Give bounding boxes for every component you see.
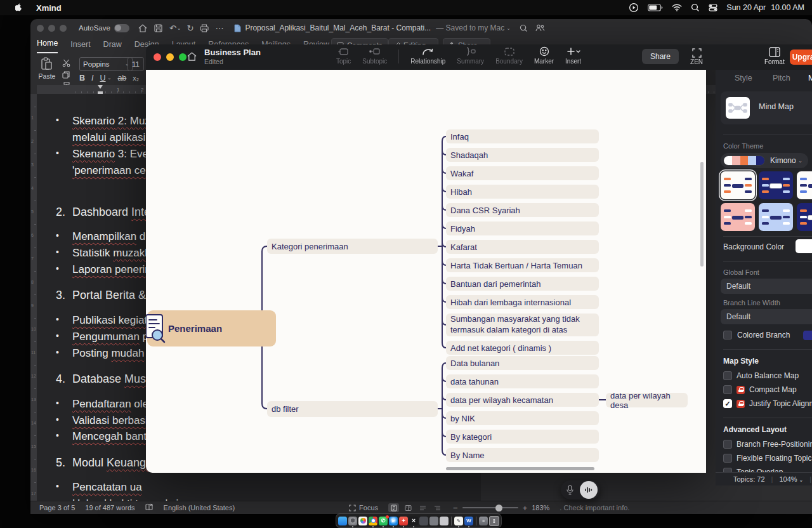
theme-thumbnail[interactable] bbox=[759, 171, 793, 199]
dock-notes-icon[interactable]: ✎ bbox=[454, 517, 463, 525]
canvas-zoom-level[interactable]: 104% ⌄ bbox=[779, 475, 803, 483]
word-traffic-lights[interactable] bbox=[30, 25, 71, 32]
battery-icon[interactable] bbox=[648, 4, 663, 11]
xmind-traffic-lights[interactable] bbox=[154, 53, 187, 61]
language-selector[interactable]: English (United States) bbox=[164, 504, 235, 512]
global-font-select[interactable]: Default bbox=[721, 279, 812, 294]
print-icon[interactable] bbox=[200, 24, 209, 32]
panel-tab-style[interactable]: Style bbox=[735, 74, 752, 82]
apple-menu-icon[interactable] bbox=[9, 3, 30, 13]
mindmap-topic[interactable]: By Name bbox=[446, 448, 599, 462]
xmind-home-icon[interactable] bbox=[187, 51, 197, 64]
redo-icon[interactable]: ↻ bbox=[187, 23, 193, 33]
dock-trash-icon[interactable]: ▯ bbox=[489, 516, 499, 526]
xmind-share-button[interactable]: Share bbox=[642, 49, 679, 64]
minimize-button[interactable] bbox=[166, 53, 174, 61]
view-switcher[interactable] bbox=[388, 503, 443, 512]
font-size-select[interactable]: 11 bbox=[128, 57, 144, 71]
outline-view-icon[interactable] bbox=[432, 503, 443, 512]
format-strikethrough-button[interactable]: ab bbox=[117, 74, 126, 82]
save-icon[interactable] bbox=[154, 24, 162, 32]
mindmap-topic[interactable]: By kategori bbox=[446, 430, 599, 444]
word-doc-title[interactable]: Proposal_Aplikasi_Baitul_Mal_Aceh_Barat … bbox=[245, 23, 431, 32]
proofing-icon[interactable] bbox=[145, 503, 154, 512]
play-circle-icon[interactable] bbox=[629, 3, 639, 13]
mindmap-topic[interactable]: Data bulanan bbox=[446, 356, 599, 370]
theme-thumbnail[interactable] bbox=[721, 203, 755, 231]
ribbon-tab-draw[interactable]: Draw bbox=[103, 40, 122, 53]
home-icon[interactable] bbox=[138, 24, 147, 32]
dock-light-app-icon[interactable] bbox=[440, 517, 449, 525]
format-bold-button[interactable]: B bbox=[79, 74, 85, 82]
mindmap-topic[interactable]: db filter bbox=[267, 401, 438, 417]
saved-status[interactable]: — Saved to my Mac bbox=[436, 23, 504, 32]
format-italic-button[interactable]: I bbox=[91, 74, 93, 82]
ribbon-tab-insert[interactable]: Insert bbox=[70, 40, 90, 53]
dock-safari-icon[interactable]: ➤ bbox=[389, 517, 398, 525]
read-mode-view-icon[interactable] bbox=[403, 503, 414, 512]
xmind-doc-title[interactable]: Business Plan bbox=[204, 48, 261, 57]
close-button[interactable] bbox=[154, 53, 161, 61]
mindmap-topic[interactable]: Wakaf bbox=[446, 166, 599, 180]
word-search-icon[interactable] bbox=[520, 24, 528, 32]
dock-xmind-icon[interactable]: ✕ bbox=[409, 517, 418, 525]
mindmap-topic[interactable]: data per wilayah kecamatan bbox=[446, 393, 599, 407]
summary-tool[interactable]: Summary bbox=[457, 46, 484, 65]
indent-marker[interactable] bbox=[98, 85, 103, 89]
paste-button[interactable]: Paste ⌄ bbox=[36, 57, 58, 88]
dictation-wave-button[interactable] bbox=[580, 481, 598, 499]
mindmap-topic[interactable]: Shadaqah bbox=[446, 148, 599, 162]
mindmap-topic[interactable]: Kategori penerimaan bbox=[267, 239, 438, 254]
mindmap-topic[interactable]: Sumbangan masyarakat yang tidak termasuk… bbox=[446, 314, 599, 336]
advanced-flexible-floating-topic-checkbox[interactable]: Flexible Floating Topic bbox=[723, 453, 812, 463]
panel-tab-map[interactable]: Map bbox=[808, 74, 812, 82]
cut-icon[interactable] bbox=[62, 58, 70, 70]
mindmap-root-topic[interactable]: Penerimaan bbox=[147, 310, 276, 346]
theme-thumbnail[interactable] bbox=[797, 203, 812, 231]
format-button[interactable]: Format bbox=[764, 47, 785, 65]
map-style-justify-topic-alignment-checkbox[interactable]: ✓Justify Topic Alignment bbox=[723, 399, 812, 409]
microphone-icon[interactable] bbox=[566, 485, 573, 498]
dictation-overlay[interactable] bbox=[561, 480, 600, 499]
mindmap-topic[interactable]: Bantuan dari pemerintah bbox=[446, 277, 599, 291]
insert-tool[interactable]: Insert bbox=[565, 46, 581, 65]
autosave-toggle[interactable] bbox=[114, 24, 129, 32]
zoom-percentage[interactable]: 183% bbox=[532, 504, 549, 512]
canvas-v-scrollbar[interactable] bbox=[700, 162, 704, 267]
mindmap-topic[interactable]: Kafarat bbox=[446, 240, 599, 254]
mindmap-topic[interactable]: Hibah dari lembaga internasional bbox=[446, 295, 599, 309]
relationship-tool[interactable]: Relationship bbox=[410, 46, 445, 65]
web-layout-view-icon[interactable] bbox=[417, 503, 428, 512]
mindmap-topic[interactable]: Fidyah bbox=[446, 221, 599, 235]
menubar-date[interactable]: Sun 20 Apr bbox=[726, 3, 766, 12]
zoom-button[interactable] bbox=[179, 53, 187, 61]
theme-thumbnail[interactable] bbox=[721, 171, 755, 199]
dock-whatsapp-icon[interactable]: ✆ bbox=[379, 517, 388, 525]
color-theme-select[interactable]: Kimono ⌄ bbox=[721, 153, 808, 168]
mindmap-topic[interactable]: Hibah bbox=[446, 185, 599, 199]
dock-red-app-icon[interactable]: ✦ bbox=[399, 517, 408, 525]
menubar-app-name[interactable]: Xmind bbox=[30, 3, 68, 13]
map-style-compact-map-checkbox[interactable]: Compact Map bbox=[723, 385, 797, 395]
wifi-icon[interactable] bbox=[672, 4, 682, 11]
format-underline-button[interactable]: U bbox=[100, 74, 106, 82]
dock-photos-icon[interactable] bbox=[358, 517, 367, 525]
subtopic-tool[interactable]: Subtopic bbox=[362, 46, 387, 65]
canvas-h-scrollbar[interactable] bbox=[446, 467, 594, 470]
mindmap-topic[interactable]: data tahunan bbox=[446, 374, 599, 388]
dock-downloads-icon[interactable]: ≡ bbox=[479, 517, 488, 525]
dock-dark-folder-icon[interactable] bbox=[419, 517, 428, 525]
dock-word-icon[interactable]: W bbox=[464, 517, 473, 525]
copy-icon[interactable] bbox=[62, 70, 70, 81]
mindmap-topic[interactable]: by NIK bbox=[446, 411, 599, 425]
mindmap-topic[interactable]: Infaq bbox=[446, 129, 599, 143]
theme-thumbnail[interactable] bbox=[759, 203, 793, 231]
topic-tool[interactable]: Topic bbox=[336, 46, 351, 65]
page-indicator[interactable]: Page 3 of 5 bbox=[39, 504, 75, 512]
undo-icon[interactable]: ↶⌄ bbox=[169, 23, 181, 33]
upgrade-button[interactable]: Upgrade bbox=[790, 50, 812, 65]
background-color-swatch[interactable] bbox=[796, 239, 812, 253]
colored-branch-checkbox[interactable]: Colored Branch bbox=[723, 330, 812, 340]
zoom-slider[interactable] bbox=[462, 507, 518, 508]
theme-thumbnail[interactable] bbox=[797, 171, 812, 199]
